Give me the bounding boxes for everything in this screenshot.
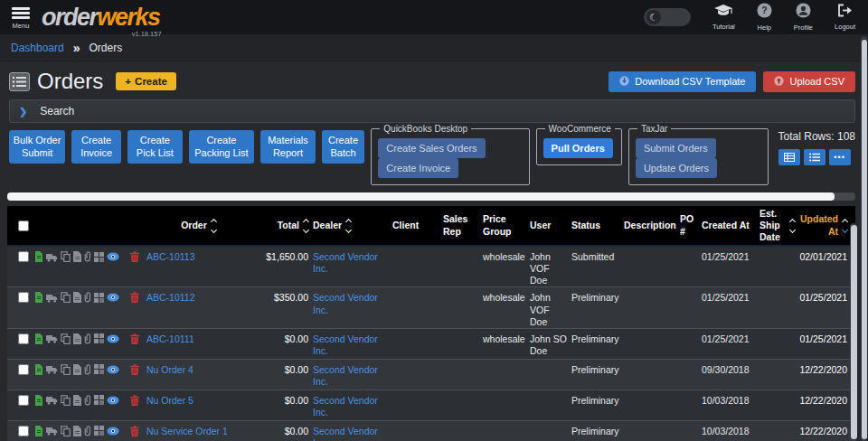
truck-icon[interactable] — [46, 252, 58, 262]
page-vertical-scrollbar-thumb[interactable] — [862, 40, 867, 439]
trash-icon[interactable] — [130, 364, 139, 375]
batch-icon[interactable] — [94, 364, 104, 374]
trash-icon[interactable] — [130, 426, 139, 436]
row-checkbox[interactable] — [18, 395, 29, 406]
create-pick-list-button[interactable]: Create Pick List — [127, 130, 183, 164]
table-view-button[interactable] — [778, 149, 800, 165]
batch-icon[interactable] — [94, 293, 104, 303]
more-options-button[interactable]: ••• — [829, 149, 851, 165]
create-batch-button[interactable]: Create Batch — [322, 130, 365, 164]
file-icon[interactable] — [73, 426, 81, 436]
batch-icon[interactable] — [94, 252, 104, 262]
batch-icon[interactable] — [94, 395, 104, 405]
file-icon[interactable] — [73, 292, 81, 303]
create-invoice-button[interactable]: Create Invoice — [71, 130, 121, 164]
trash-icon[interactable] — [130, 395, 139, 406]
column-header-updated-at[interactable]: Updated At — [799, 213, 852, 237]
logout-button[interactable]: Logout — [835, 4, 855, 31]
truck-icon[interactable] — [46, 426, 58, 436]
materials-report-button[interactable]: Materials Report — [260, 130, 316, 164]
dealer-link[interactable]: Second Vendor Inc. — [313, 364, 378, 387]
order-link[interactable]: ABC-10113 — [146, 251, 195, 262]
tutorial-button[interactable]: Tutorial — [712, 5, 735, 31]
dealer-link[interactable]: Second Vendor Inc. — [313, 251, 378, 274]
order-link[interactable]: Nu Service Order 1 — [146, 426, 228, 436]
column-header-status[interactable]: Status — [571, 220, 624, 231]
paperclip-icon[interactable] — [84, 364, 91, 375]
profile-button[interactable]: Profile — [794, 3, 813, 32]
truck-icon[interactable] — [46, 395, 58, 405]
qb-create-invoice-button[interactable]: Create Invoice — [378, 158, 458, 178]
create-button[interactable]: + Create — [116, 72, 176, 90]
dark-mode-toggle[interactable]: ☾ — [644, 8, 691, 26]
taxjar-submit-orders-button[interactable]: Submit Orders — [636, 138, 716, 158]
column-header-order[interactable]: Order — [146, 220, 255, 232]
column-header-price-group[interactable]: Price Group — [483, 213, 530, 237]
menu-button[interactable]: Menu — [5, 5, 36, 30]
breadcrumb-dashboard-link[interactable]: Dashboard — [11, 42, 64, 54]
file-icon[interactable] — [73, 333, 81, 344]
row-checkbox[interactable] — [18, 333, 29, 344]
column-header-description[interactable]: Description — [624, 220, 680, 231]
copy-icon[interactable] — [61, 364, 71, 375]
paperclip-icon[interactable] — [84, 426, 91, 436]
eye-icon[interactable] — [107, 293, 119, 302]
eye-icon[interactable] — [107, 365, 119, 374]
invoice-export-icon[interactable] — [34, 333, 43, 344]
help-button[interactable]: ? Help — [757, 3, 772, 32]
batch-icon[interactable] — [94, 333, 104, 343]
batch-icon[interactable] — [94, 426, 104, 436]
table-vertical-scrollbar-thumb[interactable] — [851, 225, 857, 439]
dealer-link[interactable]: Second Vendor Inc. — [313, 333, 378, 356]
download-csv-template-button[interactable]: Download CSV Template — [609, 71, 756, 92]
order-link[interactable]: Nu Order 4 — [146, 364, 193, 375]
taxjar-update-orders-button[interactable]: Update Orders — [636, 158, 717, 178]
copy-icon[interactable] — [61, 251, 71, 262]
truck-icon[interactable] — [46, 333, 58, 343]
file-icon[interactable] — [73, 364, 81, 375]
order-link[interactable]: ABC-10112 — [146, 292, 195, 303]
copy-icon[interactable] — [61, 426, 71, 436]
column-header-total[interactable]: Total — [255, 220, 313, 232]
order-link[interactable]: Nu Order 5 — [146, 395, 193, 406]
invoice-export-icon[interactable] — [34, 251, 43, 262]
select-all-checkbox[interactable] — [18, 220, 29, 231]
paperclip-icon[interactable] — [84, 395, 91, 406]
bulk-order-submit-button[interactable]: Bulk Order Submit — [9, 130, 65, 164]
column-header-client[interactable]: Client — [392, 220, 443, 231]
invoice-export-icon[interactable] — [34, 426, 43, 436]
invoice-export-icon[interactable] — [34, 395, 43, 406]
invoice-export-icon[interactable] — [34, 364, 43, 375]
column-header-created-at[interactable]: Created At — [702, 220, 760, 231]
column-header-dealer[interactable]: Dealer — [313, 220, 392, 232]
dealer-link[interactable]: Second Vendor Inc. — [313, 395, 378, 418]
row-checkbox[interactable] — [18, 292, 29, 303]
list-view-button[interactable] — [804, 149, 826, 165]
horizontal-scrollbar-thumb[interactable] — [7, 192, 835, 201]
truck-icon[interactable] — [46, 293, 58, 303]
column-header-sales-rep[interactable]: Sales Rep — [443, 213, 483, 237]
dealer-link[interactable]: Second Vendor Inc. — [313, 426, 378, 441]
column-header-user[interactable]: User — [530, 220, 571, 231]
truck-icon[interactable] — [46, 364, 58, 374]
file-icon[interactable] — [73, 251, 81, 262]
file-icon[interactable] — [73, 395, 81, 406]
trash-icon[interactable] — [130, 292, 139, 303]
paperclip-icon[interactable] — [84, 292, 91, 303]
trash-icon[interactable] — [130, 251, 139, 262]
row-checkbox[interactable] — [18, 364, 29, 375]
column-header-est-ship-date[interactable]: Est. Ship Date — [760, 208, 799, 243]
column-header-po[interactable]: PO # — [680, 213, 702, 237]
eye-icon[interactable] — [107, 396, 119, 405]
eye-icon[interactable] — [107, 334, 119, 343]
upload-csv-button[interactable]: Upload CSV — [763, 71, 855, 92]
woo-pull-orders-button[interactable]: Pull Orders — [543, 138, 613, 158]
paperclip-icon[interactable] — [84, 333, 91, 344]
paperclip-icon[interactable] — [84, 251, 91, 262]
qb-create-sales-orders-button[interactable]: Create Sales Orders — [378, 138, 485, 158]
dealer-link[interactable]: Second Vendor Inc. — [313, 292, 378, 314]
order-link[interactable]: ABC-10111 — [146, 333, 194, 344]
copy-icon[interactable] — [61, 333, 71, 344]
eye-icon[interactable] — [107, 252, 119, 261]
row-checkbox[interactable] — [18, 426, 29, 436]
